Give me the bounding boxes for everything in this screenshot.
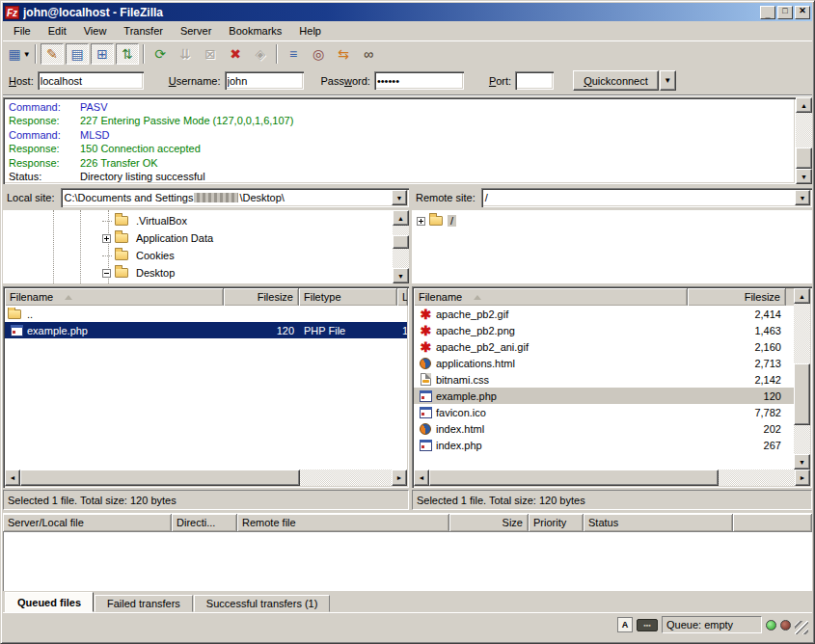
queue-column-remote-file[interactable]: Remote file [237,514,449,531]
log-line: Status:Directory listing successful [9,170,796,183]
local-tree-scrollbar[interactable]: ▲ ▼ [393,210,409,283]
menu-file[interactable]: File [5,22,40,40]
menu-server[interactable]: Server [172,22,220,40]
filename-text: apache_pb2.png [436,325,515,336]
scroll-down-icon[interactable]: ▼ [794,454,810,470]
toggle-local-tree-button[interactable]: ▤ [66,43,89,65]
tree-item-desktop[interactable]: Desktop [102,264,177,282]
column-header-filename[interactable]: Filename [414,288,688,306]
tree-item--virtualbox[interactable]: .VirtualBox [102,212,190,229]
tree-item--[interactable]: / [417,212,456,229]
directory-comparison-button[interactable]: ◎ [307,43,330,65]
file-row-example-php[interactable]: example.php120PHP File1 [5,322,407,338]
menu-transfer[interactable]: Transfer [115,22,172,40]
file-row-favicon-ico[interactable]: favicon.ico7,782 [414,404,794,420]
quickconnect-button[interactable]: Quickconnect [573,70,659,91]
file-row--[interactable]: .. [5,306,407,322]
tab-successful-transfers-1-[interactable]: Successful transfers (1) [194,595,331,612]
menu-help[interactable]: Help [290,22,330,40]
column-header-filename[interactable]: Filename [5,288,224,306]
remote-hscrollbar[interactable]: ◄ ► [414,470,810,486]
local-pane: Local site: C:\Documents and Settings\De… [3,187,409,510]
site-manager-button[interactable]: ▦▼ [8,43,31,65]
file-search-button[interactable]: ∞ [357,43,380,65]
refresh-button[interactable]: ⟳ [149,43,172,65]
tree-item-application-data[interactable]: Application Data [102,229,216,247]
password-input[interactable] [374,71,464,90]
scroll-left-icon[interactable]: ◄ [414,470,429,486]
file-row-apache-pb2-png[interactable]: ✱apache_pb2.png1,463 [414,322,794,338]
tab-queued-files[interactable]: Queued files [5,592,94,612]
username-input[interactable] [225,71,304,90]
close-button[interactable]: ✕ [795,6,810,19]
local-tree-scrollbar-thumb[interactable] [393,235,409,249]
column-header-filesize[interactable]: Filesize [688,288,786,306]
directory-filters-button[interactable]: ≡ [282,43,305,65]
queue-column-size[interactable]: Size [449,514,529,531]
toggle-log-view-button[interactable]: ✎ [41,43,64,65]
log-scrollbar[interactable]: ▲ ▼ [796,97,812,184]
local-site-combo[interactable]: C:\Documents and Settings\Desktop\ ▼ [61,188,409,207]
remote-scrollbar-thumb[interactable] [794,363,810,425]
local-site-path: C:\Documents and Settings\Desktop\ [65,192,285,203]
file-row-applications-html[interactable]: applications.html2,713 [414,355,794,371]
scroll-down-icon[interactable]: ▼ [796,169,812,184]
file-row-example-php[interactable]: example.php120 [414,388,794,404]
remote-hscroll-thumb[interactable] [429,470,719,486]
file-row-apache-pb2-ani-gif[interactable]: ✱apache_pb2_ani.gif2,160 [414,338,794,355]
disconnect-button[interactable]: ✖ [224,43,247,65]
menu-view[interactable]: View [75,22,116,40]
scroll-right-icon[interactable]: ► [795,470,810,486]
maximize-button[interactable]: □ [777,6,793,19]
remote-list-scrollbar[interactable]: ▲ ▼ [794,288,810,470]
queue-column-directi-[interactable]: Directi... [172,514,237,531]
file-row-apache-pb2-gif[interactable]: ✱apache_pb2.gif2,414 [414,306,794,322]
scroll-down-icon[interactable]: ▼ [393,268,409,283]
scroll-up-icon[interactable]: ▲ [393,210,409,226]
toggle-remote-tree-button[interactable]: ⊞ [91,43,114,65]
expand-icon[interactable] [102,234,111,243]
tab-failed-transfers[interactable]: Failed transfers [95,595,193,612]
quickconnect-dropdown-button[interactable]: ▼ [660,70,676,91]
tree-guide [80,210,81,283]
scroll-left-icon[interactable]: ◄ [5,470,20,486]
file-row-index-php[interactable]: index.php267 [414,437,794,453]
queue-column-status[interactable]: Status [584,514,733,531]
resize-grip[interactable] [795,621,808,634]
scroll-up-icon[interactable]: ▲ [796,97,812,113]
collapse-icon[interactable] [102,269,111,278]
minimize-button[interactable]: _ [760,6,775,19]
local-hscroll-thumb[interactable] [20,470,300,486]
column-header-filetype[interactable]: Filetype [299,288,397,306]
combo-dropdown-icon[interactable]: ▼ [795,190,810,205]
synchronized-browsing-button[interactable]: ⇆ [332,43,355,65]
local-hscrollbar[interactable]: ◄ ► [5,470,407,486]
queue-column-priority[interactable]: Priority [529,514,584,531]
remote-site-combo[interactable]: / ▼ [481,188,812,207]
log-line-text: 227 Entering Passive Mode (127,0,0,1,6,1… [80,114,293,127]
menu-edit[interactable]: Edit [40,22,75,40]
remote-list-header: FilenameFilesize [414,288,794,306]
file-row-index-html[interactable]: index.html202 [414,420,794,437]
queue-header: Server/Local fileDirecti...Remote fileSi… [3,513,812,531]
maximize-icon: □ [782,7,787,15]
toggle-queue-view-button[interactable]: ⇅ [116,43,139,65]
filezilla-window: Fz john@localhost - FileZilla _ □ ✕ File… [0,0,815,644]
expand-icon[interactable] [417,217,425,226]
tree-item-cookies[interactable]: Cookies [102,247,177,264]
file-row-bitnami-css[interactable]: bitnami.css2,142 [414,371,794,388]
menu-bookmarks[interactable]: Bookmarks [220,22,290,40]
scroll-right-icon[interactable]: ► [392,470,407,486]
combo-dropdown-icon[interactable]: ▼ [392,190,407,205]
log-scrollbar-thumb[interactable] [796,148,812,169]
scroll-up-icon[interactable]: ▲ [794,288,810,304]
log-line-type: Command: [9,100,80,114]
port-input[interactable] [515,71,554,90]
queue-column-server-local-file[interactable]: Server/Local file [3,514,172,531]
column-header-l[interactable]: L [397,288,408,306]
cell-filesize: 2,142 [688,374,786,386]
column-header-filesize[interactable]: Filesize [224,288,299,306]
cell-filename: example.php [414,389,688,402]
host-input[interactable] [38,71,144,90]
dropdown-arrow-icon[interactable]: ▼ [23,50,31,59]
